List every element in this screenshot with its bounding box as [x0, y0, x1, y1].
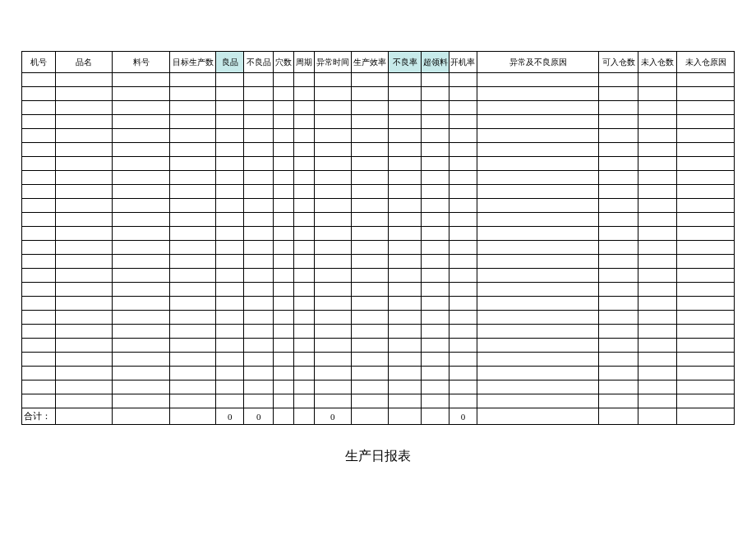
table-cell: [477, 115, 599, 129]
col-header: 品名: [55, 52, 113, 73]
table-cell: [274, 227, 294, 241]
table-cell: [351, 129, 388, 143]
table-row: [22, 241, 735, 255]
table-cell: [638, 227, 676, 241]
table-cell: [677, 283, 735, 297]
table-cell: [449, 283, 477, 297]
table-cell: [216, 101, 244, 115]
table-cell: [216, 73, 244, 87]
table-cell: [388, 143, 422, 157]
table-row: [22, 325, 735, 339]
table-row: [22, 353, 735, 367]
table-cell: [293, 353, 314, 367]
table-cell: [170, 199, 216, 213]
table-cell: [638, 325, 676, 339]
table-cell: [351, 283, 388, 297]
table-cell: [55, 394, 113, 408]
table-cell: [477, 143, 599, 157]
table-cell: [293, 241, 314, 255]
table-cell: [638, 101, 676, 115]
table-cell: [113, 325, 170, 339]
table-cell: [216, 311, 244, 325]
table-cell: [314, 255, 351, 269]
table-cell: [293, 101, 314, 115]
table-cell: [351, 380, 388, 394]
table-cell: [388, 269, 422, 283]
table-cell: [244, 269, 274, 283]
table-cell: [388, 115, 422, 129]
table-cell: [113, 227, 170, 241]
table-cell: [388, 353, 422, 367]
table-cell: [351, 101, 388, 115]
col-header: 超领料: [422, 52, 449, 73]
table-cell: [244, 241, 274, 255]
table-cell: [216, 297, 244, 311]
table-cell: [22, 339, 56, 353]
table-cell: [22, 311, 56, 325]
total-cell: [170, 408, 216, 425]
table-cell: [22, 157, 56, 171]
col-header: 良品: [216, 52, 244, 73]
table-cell: [351, 115, 388, 129]
table-cell: [293, 255, 314, 269]
table-cell: [55, 367, 113, 380]
table-cell: [638, 73, 676, 87]
table-cell: [274, 394, 294, 408]
table-cell: [170, 380, 216, 394]
table-cell: [599, 269, 638, 283]
table-cell: [216, 185, 244, 199]
table-cell: [274, 353, 294, 367]
table-cell: [351, 73, 388, 87]
table-cell: [599, 353, 638, 367]
table-cell: [314, 129, 351, 143]
table-cell: [314, 87, 351, 101]
table-cell: [22, 255, 56, 269]
table-cell: [293, 157, 314, 171]
col-header: 目标生产数: [170, 52, 216, 73]
table-cell: [113, 394, 170, 408]
total-cell: [638, 408, 676, 425]
total-cell: [422, 408, 449, 425]
table-cell: [422, 380, 449, 394]
table-cell: [638, 339, 676, 353]
table-cell: [244, 213, 274, 227]
table-cell: [388, 325, 422, 339]
table-cell: [314, 353, 351, 367]
table-row: [22, 199, 735, 213]
table-cell: [422, 199, 449, 213]
total-label: 合计：: [22, 408, 56, 425]
table-row: [22, 394, 735, 408]
table-cell: [388, 297, 422, 311]
table-cell: [22, 129, 56, 143]
table-cell: [314, 171, 351, 185]
table-cell: [449, 143, 477, 157]
total-cell: [113, 408, 170, 425]
table-cell: [22, 353, 56, 367]
total-cell: 0: [216, 408, 244, 425]
table-cell: [113, 171, 170, 185]
table-cell: [422, 311, 449, 325]
total-cell: [55, 408, 113, 425]
table-cell: [638, 87, 676, 101]
table-cell: [599, 227, 638, 241]
table-cell: [274, 339, 294, 353]
table-row: [22, 101, 735, 115]
table-cell: [477, 129, 599, 143]
table-cell: [55, 73, 113, 87]
table-cell: [216, 325, 244, 339]
table-cell: [599, 157, 638, 171]
table-cell: [388, 199, 422, 213]
table-cell: [449, 297, 477, 311]
table-cell: [449, 241, 477, 255]
table-cell: [293, 339, 314, 353]
total-cell: [351, 408, 388, 425]
table-cell: [351, 143, 388, 157]
table-cell: [244, 87, 274, 101]
table-cell: [477, 241, 599, 255]
table-cell: [314, 325, 351, 339]
table-cell: [638, 129, 676, 143]
table-cell: [22, 171, 56, 185]
table-cell: [274, 255, 294, 269]
table-cell: [599, 171, 638, 185]
table-cell: [351, 171, 388, 185]
